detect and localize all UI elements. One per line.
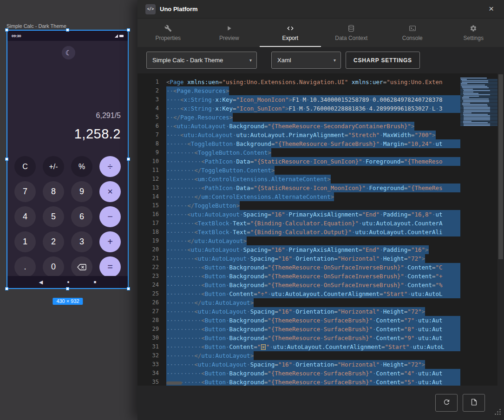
calc-key-minus[interactable]: −	[99, 206, 121, 227]
code-line[interactable]: 29··········<Button·Background="{ThemeRe…	[137, 325, 460, 334]
code-line[interactable]: 10··········<PathIcon·Data="{StaticResou…	[137, 157, 460, 166]
calc-key-5[interactable]: 5	[43, 206, 64, 227]
code-lines[interactable]: 1<Page xmlns:uen="using:Uno.Extensions.N…	[137, 73, 460, 386]
nav-home-icon[interactable]: ●	[67, 280, 69, 284]
code-line[interactable]: 8······<ToggleButton·Background="{ThemeR…	[137, 139, 460, 148]
code-line[interactable]: 4····<x:String·x:Key="Icon_SunIcon">F1·M…	[137, 104, 460, 113]
resize-grip[interactable]	[494, 408, 501, 417]
calc-key-multiply[interactable]: ×	[99, 181, 121, 202]
code-line[interactable]: 18········<TextBlock·Text="{Binding·Calc…	[137, 228, 460, 236]
code-editor[interactable]: 1<Page xmlns:uen="using:Uno.Extensions.N…	[137, 73, 504, 386]
calc-key-backspace[interactable]	[71, 256, 92, 277]
calc-key-1[interactable]: 1	[14, 231, 36, 252]
tab-settings[interactable]: Settings	[443, 19, 504, 47]
code-line[interactable]: 12········<um:ControlExtensions.Alternat…	[137, 175, 460, 184]
phone-preview[interactable]: 09:30 ☾ 6,291/5 1,258.2 C+/-%÷789×456−12…	[7, 31, 128, 288]
theme-select[interactable]: Simple Calc - Dark Theme ▾	[146, 52, 257, 69]
calc-key-equals[interactable]: =	[99, 256, 121, 277]
code-line[interactable]: 21········<utu:AutoLayout·Spacing="16"·O…	[137, 254, 460, 263]
code-line[interactable]: 28··········<Button·Background="{ThemeRe…	[137, 316, 460, 325]
code-line[interactable]: 1<Page xmlns:uen="using:Uno.Extensions.N…	[137, 78, 460, 86]
code-line[interactable]: 31··········<Button·Content="×"·utu:Auto…	[137, 342, 460, 351]
code-line[interactable]: 30··········<Button·Background="{ThemeRe…	[137, 334, 460, 342]
size-badge: 430 × 932	[52, 298, 83, 305]
refresh-button[interactable]	[435, 394, 458, 412]
code-line[interactable]: 24··········<Button·Background="{ThemeRe…	[137, 281, 460, 289]
code-line[interactable]: 17········<TextBlock·Text="{Binding·Calc…	[137, 219, 460, 228]
horizontal-scrollbar[interactable]	[166, 381, 182, 385]
scrollbar-thumb[interactable]	[498, 74, 503, 259]
code-line[interactable]: 34··········<Button·Background="{ThemeRe…	[137, 369, 460, 378]
code-line[interactable]: 3····<x:String·x:Key="Icon_MoonIcon">F1·…	[137, 95, 460, 104]
code-line[interactable]: 14········</um:ControlExtensions.Alterna…	[137, 192, 460, 201]
calc-key-7[interactable]: 7	[14, 181, 36, 202]
minimap[interactable]	[460, 78, 497, 386]
tab-preview[interactable]: Preview	[199, 19, 260, 47]
code-line[interactable]: 15······</ToggleButton>	[137, 201, 460, 210]
selection-handle[interactable]	[127, 28, 130, 32]
code-line[interactable]: 2··<Page.Resources>	[137, 86, 460, 95]
calc-key-9[interactable]: 9	[71, 181, 92, 202]
code-line[interactable]: 26········</utu:AutoLayout>	[137, 298, 460, 307]
minimap-line	[460, 93, 497, 94]
selection-handle[interactable]	[66, 287, 69, 290]
calc-key-0[interactable]: 0	[43, 256, 64, 277]
code-line[interactable]: 6··<utu:AutoLayout·Background="{ThemeRes…	[137, 122, 460, 131]
tab-export[interactable]: Export	[260, 19, 321, 47]
calc-key-3[interactable]: 3	[71, 231, 92, 252]
export-file-button[interactable]	[463, 394, 485, 412]
code-line[interactable]: 35··········<Button·Background="{ThemeRe…	[137, 378, 460, 386]
selection-handle[interactable]	[127, 287, 130, 290]
calc-key-8[interactable]: 8	[43, 181, 64, 202]
minimap-line	[460, 87, 497, 88]
vertical-scrollbar[interactable]	[497, 73, 504, 386]
minimap-line	[460, 119, 497, 120]
code-line[interactable]: 23··········<Button·Background="{ThemeRe…	[137, 272, 460, 281]
calc-key-6[interactable]: 6	[71, 206, 92, 227]
code-line[interactable]: 7····<utu:AutoLayout·utu:AutoLayout.Prim…	[137, 131, 460, 139]
calc-key-percent[interactable]: %	[71, 156, 92, 177]
code-line[interactable]: 11········</ToggleButton.Content>	[137, 166, 460, 175]
selection-handle[interactable]	[5, 158, 8, 161]
phone-selection[interactable]: 09:30 ☾ 6,291/5 1,258.2 C+/-%÷789×456−12…	[7, 30, 129, 289]
code-line[interactable]: 22··········<Button·Background="{ThemeRe…	[137, 263, 460, 272]
calc-key-dot[interactable]: .	[14, 256, 36, 277]
minimap-line	[460, 124, 497, 125]
selection-handle[interactable]	[5, 28, 8, 32]
calc-key-clear[interactable]: C	[14, 156, 36, 177]
tab-console[interactable]: Console	[382, 19, 443, 47]
format-select[interactable]: Xaml ▾	[271, 52, 341, 69]
minimap-line	[460, 83, 497, 84]
code-line[interactable]: 27········<utu:AutoLayout·Spacing="16"·O…	[137, 307, 460, 316]
code-line[interactable]: 19······</utu:AutoLayout>	[137, 236, 460, 245]
tab-properties[interactable]: Properties	[137, 19, 199, 47]
selection-handle[interactable]	[5, 287, 8, 290]
file-icon	[470, 398, 478, 408]
theme-toggle-button[interactable]: ☾	[62, 46, 75, 59]
code-line[interactable]: 9········<ToggleButton.Content>	[137, 148, 460, 157]
close-icon[interactable]: ×	[489, 4, 494, 14]
selection-handle[interactable]	[66, 28, 69, 32]
code-line[interactable]: 33········<utu:AutoLayout·Spacing="16"·O…	[137, 360, 460, 369]
minimap-line	[460, 96, 497, 97]
window-titlebar[interactable]: </> Uno Platform ×	[137, 0, 504, 19]
calc-key-4[interactable]: 4	[14, 206, 36, 227]
database-icon	[347, 25, 355, 32]
code-line[interactable]: 5··</Page.Resources>	[137, 113, 460, 122]
tab-data-context[interactable]: Data Context	[321, 19, 382, 47]
artboard-label[interactable]: Simple Calc - Dark Theme	[7, 23, 66, 29]
code-line[interactable]: 25··········<Button·Content="÷"·utu:Auto…	[137, 289, 460, 298]
calc-key-divide[interactable]: ÷	[99, 156, 121, 177]
selection-handle[interactable]	[127, 158, 130, 161]
calc-key-plus-minus[interactable]: +/-	[43, 156, 64, 177]
code-line[interactable]: 20······<utu:AutoLayout·Spacing="16"·Pri…	[137, 245, 460, 254]
calc-key-plus[interactable]: +	[99, 231, 121, 252]
code-line[interactable]: 32········</utu:AutoLayout>	[137, 351, 460, 360]
nav-recents-icon[interactable]: ■	[94, 280, 96, 284]
tab-label: Settings	[464, 35, 484, 41]
calc-key-2[interactable]: 2	[43, 231, 64, 252]
csharp-settings-button[interactable]: CSHARP SETTINGS	[346, 52, 420, 69]
code-line[interactable]: 16······<utu:AutoLayout·Spacing="16"·Pri…	[137, 210, 460, 219]
nav-back-icon[interactable]: ◀	[39, 280, 43, 285]
code-line[interactable]: 13··········<PathIcon·Data="{StaticResou…	[137, 184, 460, 192]
